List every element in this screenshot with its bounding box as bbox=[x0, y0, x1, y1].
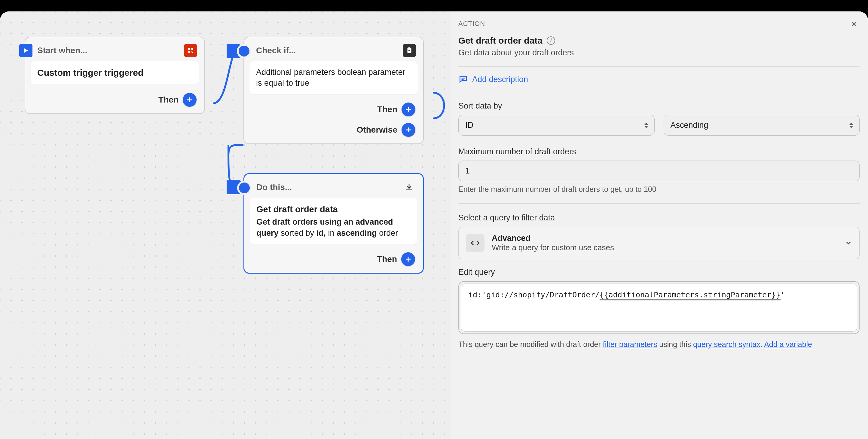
action-body: Get draft order data Get draft orders us… bbox=[250, 198, 417, 244]
action-body-title: Get draft order data bbox=[256, 204, 411, 215]
node-header: Start when... bbox=[25, 37, 205, 61]
svg-point-0 bbox=[188, 48, 190, 50]
add-step-button[interactable] bbox=[401, 252, 415, 266]
panel-subtitle: Get data about your draft orders bbox=[458, 48, 860, 57]
node-header-title: Check if... bbox=[256, 46, 296, 55]
code-icon bbox=[466, 234, 485, 252]
query-footnote: This query can be modified with draft or… bbox=[458, 339, 860, 350]
select-chevron-icon bbox=[849, 123, 853, 128]
max-orders-label: Maximum number of draft orders bbox=[458, 147, 860, 156]
add-then-step-button[interactable] bbox=[402, 103, 415, 116]
workflow-canvas[interactable]: Start when... Custom trigger triggered T… bbox=[0, 11, 450, 439]
editor-text-prefix: id:'gid://shopify/DraftOrder/ bbox=[468, 290, 599, 299]
editor-text-suffix: ' bbox=[780, 290, 785, 299]
footnote-t1: This query can be modified with draft or… bbox=[458, 340, 603, 349]
footnote-t2: using this bbox=[657, 340, 693, 349]
sort-by-label: Sort data by bbox=[458, 101, 860, 111]
svg-point-1 bbox=[191, 48, 193, 50]
close-button[interactable] bbox=[848, 18, 860, 30]
node-header-title: Do this... bbox=[256, 182, 292, 192]
add-description-button[interactable]: Add description bbox=[458, 66, 860, 92]
node-connector-dot bbox=[237, 44, 251, 58]
sort-field-value: ID bbox=[465, 121, 473, 129]
add-description-label: Add description bbox=[472, 75, 528, 84]
details-panel: ACTION Get draft order data i Get data a… bbox=[450, 11, 868, 439]
then-label: Then bbox=[377, 105, 397, 114]
action-body-desc: Get draft orders using an advanced query… bbox=[256, 216, 411, 238]
node-header: Do this... bbox=[244, 174, 423, 198]
editor-variable-token[interactable]: {{additionalParameters.stringParameter}} bbox=[599, 290, 780, 300]
trigger-body: Custom trigger triggered bbox=[31, 61, 199, 85]
app-window: Start when... Custom trigger triggered T… bbox=[0, 11, 868, 439]
query-select-label: Select a query to filter data bbox=[458, 213, 860, 223]
node-header: Check if... bbox=[244, 37, 423, 61]
footnote-t3: . bbox=[761, 340, 763, 349]
sort-direction-select[interactable]: Ascending bbox=[663, 115, 860, 136]
divider bbox=[458, 203, 860, 204]
action-desc-t2: in bbox=[326, 229, 337, 238]
speech-bubble-icon bbox=[458, 75, 468, 84]
action-then-row: Then bbox=[244, 249, 423, 273]
trigger-app-icon bbox=[184, 44, 197, 57]
action-desc-t1: sorted by bbox=[279, 229, 316, 238]
panel-scroll[interactable]: ACTION Get draft order data i Get data a… bbox=[450, 11, 868, 359]
max-orders-hint: Enter the maximum number of draft orders… bbox=[458, 185, 860, 194]
node-connector-dot bbox=[237, 181, 252, 195]
info-icon[interactable]: i bbox=[547, 36, 555, 45]
trigger-then-row: Then bbox=[25, 90, 205, 113]
query-type-select[interactable]: Advanced Write a query for custom use ca… bbox=[458, 227, 860, 259]
download-icon bbox=[402, 181, 416, 194]
then-label: Then bbox=[377, 254, 397, 264]
select-chevron-icon bbox=[644, 123, 648, 128]
then-label: Then bbox=[158, 95, 179, 105]
action-node[interactable]: Do this... Get draft order data Get draf… bbox=[243, 173, 424, 274]
action-desc-asc: ascending bbox=[337, 229, 377, 238]
add-step-button[interactable] bbox=[183, 93, 196, 107]
node-header-title: Start when... bbox=[37, 46, 87, 55]
clipboard-icon bbox=[403, 44, 416, 57]
query-card-title: Advanced bbox=[492, 234, 838, 243]
action-desc-t3: order bbox=[377, 229, 398, 238]
edit-query-label: Edit query bbox=[458, 268, 860, 277]
sort-direction-value: Ascending bbox=[671, 121, 708, 129]
play-icon bbox=[19, 44, 32, 57]
check-then-row: Then bbox=[244, 99, 423, 123]
condition-body: Additional parameters boolean parameter … bbox=[249, 61, 418, 94]
otherwise-label: Otherwise bbox=[357, 125, 397, 135]
panel-title-row: Get draft order data i bbox=[458, 35, 860, 46]
panel-kicker: ACTION bbox=[458, 20, 860, 28]
svg-point-2 bbox=[188, 51, 190, 53]
check-otherwise-row: Otherwise bbox=[244, 123, 423, 143]
action-desc-id: id, bbox=[316, 229, 326, 238]
chevron-down-icon bbox=[845, 239, 852, 246]
panel-title: Get draft order data bbox=[458, 35, 542, 46]
add-variable-link[interactable]: Add a variable bbox=[764, 340, 812, 349]
condition-node[interactable]: Check if... Additional parameters boolea… bbox=[243, 37, 424, 144]
query-syntax-link[interactable]: query search syntax bbox=[693, 340, 761, 349]
filter-parameters-link[interactable]: filter parameters bbox=[603, 340, 657, 349]
trigger-node[interactable]: Start when... Custom trigger triggered T… bbox=[25, 37, 205, 114]
sort-field-select[interactable]: ID bbox=[458, 115, 655, 136]
max-orders-input[interactable] bbox=[458, 160, 860, 181]
query-editor-wrap: id:'gid://shopify/DraftOrder/{{additiona… bbox=[458, 281, 860, 334]
svg-rect-4 bbox=[408, 47, 410, 49]
query-card-desc: Write a query for custom use cases bbox=[492, 243, 838, 252]
add-otherwise-step-button[interactable] bbox=[402, 123, 415, 137]
query-editor[interactable]: id:'gid://shopify/DraftOrder/{{additiona… bbox=[461, 284, 857, 332]
